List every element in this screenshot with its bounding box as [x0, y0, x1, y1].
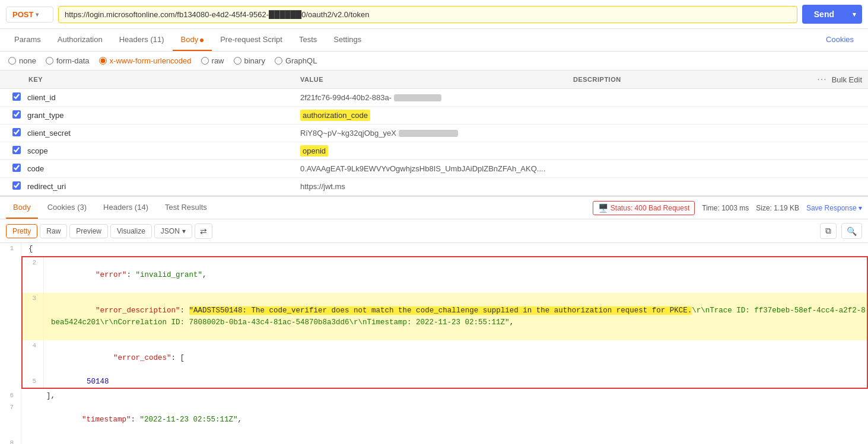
body-type-raw-label: raw: [212, 56, 224, 65]
row-checkbox-redirect-uri[interactable]: [12, 181, 21, 190]
response-tab-body[interactable]: Body: [6, 197, 38, 219]
error-description-highlight: "AADSTS50148: The code_verifier does not…: [189, 306, 692, 315]
row-key-grant-type: grant_type: [27, 111, 300, 120]
response-view-bar: Pretty Raw Preview Visualize JSON ▾ ⇄ ⧉ …: [0, 219, 868, 243]
response-meta: 🖥️ Status: 400 Bad Request Time: 1003 ms…: [593, 201, 862, 215]
line-content-6: ],: [28, 390, 868, 402]
body-type-urlencoded-label: x-www-form-urlencoded: [110, 56, 192, 65]
row-key-client-id: client_id: [27, 93, 300, 102]
view-visualize-button[interactable]: Visualize: [110, 224, 152, 238]
body-type-bar: none form-data x-www-form-urlencoded raw…: [0, 52, 868, 71]
response-tab-bar: Body Cookies (3) Headers (14) Test Resul…: [0, 196, 868, 219]
format-chevron-icon: ▾: [182, 227, 186, 235]
table-row: client_id 2f21fc76-99d4-40b2-883a-: [0, 89, 868, 107]
response-tab-headers[interactable]: Headers (14): [96, 197, 155, 219]
row-checkbox-client-id[interactable]: [12, 92, 21, 101]
table-row: client_secret RiY8Q~pV~kg32qjObg_yeX: [0, 124, 868, 142]
send-arrow-icon[interactable]: ▾: [847, 6, 862, 23]
row-value-scope: openid: [300, 146, 573, 155]
save-response-button[interactable]: Save Response ▾: [806, 204, 862, 212]
scope-value-highlight: openid: [300, 145, 328, 156]
body-type-none[interactable]: none: [8, 56, 36, 65]
line-content-3: "error_description": "AADSTS50148: The c…: [51, 293, 867, 340]
method-select[interactable]: POST ▾: [6, 7, 53, 23]
line-content-2: "error": "invalid_grant",: [51, 257, 867, 293]
body-type-form-data[interactable]: form-data: [46, 56, 90, 65]
row-key-scope: scope: [27, 146, 300, 155]
response-size: Size: 1.19 KB: [756, 204, 799, 212]
row-value-code: 0.AVAAgEAT-9Lk9EWVYvOgwhjzsHb8IS_UmbJAiD…: [300, 164, 573, 173]
row-key-client-secret: client_secret: [27, 129, 300, 138]
view-pretty-button[interactable]: Pretty: [6, 224, 37, 238]
row-value-client-secret: RiY8Q~pV~kg32qjObg_yeX: [300, 129, 573, 138]
format-value: JSON: [161, 227, 180, 235]
body-type-graphql[interactable]: GraphQL: [275, 56, 317, 65]
params-table-wrapper: KEY VALUE DESCRIPTION ··· Bulk Edit clie…: [0, 71, 868, 196]
view-preview-button[interactable]: Preview: [69, 224, 108, 238]
tab-headers[interactable]: Headers (11): [111, 29, 173, 51]
error-highlight-box: 2 "error": "invalid_grant", 3 "error_des…: [21, 256, 868, 389]
table-row: redirect_uri https://jwt.ms: [0, 178, 868, 196]
col-desc-header: DESCRIPTION: [573, 76, 817, 83]
code-line-6: 6 ],: [0, 390, 868, 402]
row-key-redirect-uri: redirect_uri: [27, 182, 300, 191]
blurred-value-secret: [399, 130, 458, 137]
col-key-header: KEY: [27, 76, 300, 83]
row-value-client-id: 2f21fc76-99d4-40b2-883a-: [300, 93, 573, 102]
line-num-7: 7: [0, 402, 21, 437]
line-num-3: 3: [23, 293, 44, 340]
url-input[interactable]: [58, 6, 797, 23]
line-content-4: "error_codes": [: [51, 340, 867, 376]
send-label: Send: [802, 5, 846, 24]
body-type-urlencoded[interactable]: x-www-form-urlencoded: [99, 56, 192, 65]
body-dot-indicator: [200, 39, 204, 42]
code-line-4: 4 "error_codes": [: [23, 340, 867, 376]
response-time: Time: 1003 ms: [702, 204, 749, 212]
line-num-4: 4: [23, 340, 44, 376]
format-select[interactable]: JSON ▾: [154, 224, 192, 238]
body-type-raw[interactable]: raw: [201, 56, 224, 65]
line-num-6: 6: [0, 390, 21, 402]
tab-body[interactable]: Body: [173, 29, 212, 51]
body-type-binary-label: binary: [244, 56, 265, 65]
row-checkbox-scope[interactable]: [12, 146, 21, 154]
response-tab-cookies[interactable]: Cookies (3): [40, 197, 94, 219]
line-num-5: 5: [23, 376, 44, 388]
body-type-form-data-label: form-data: [56, 56, 90, 65]
row-key-code: code: [27, 164, 300, 173]
tab-tests[interactable]: Tests: [291, 29, 325, 51]
view-actions: ⧉ 🔍: [820, 223, 862, 239]
response-tab-test-results[interactable]: Test Results: [158, 197, 214, 219]
row-checkbox-grant-type[interactable]: [12, 110, 21, 119]
line-content-8: "trace_id": "ff37ebeb-58ef-4cc4-a2f2-8be…: [28, 437, 868, 444]
table-row: grant_type authorization_code: [0, 107, 868, 124]
code-line-2: 2 "error": "invalid_grant",: [23, 257, 867, 293]
code-area: 1 { 2 "error": "invalid_grant", 3 "error…: [0, 243, 868, 444]
row-checkbox-code[interactable]: [12, 164, 21, 172]
bulk-edit-dots-icon[interactable]: ···: [817, 74, 826, 85]
grant-type-value-highlight: authorization_code: [300, 110, 370, 121]
row-value-grant-type: authorization_code: [300, 111, 573, 120]
table-row: code 0.AVAAgEAT-9Lk9EWVYvOgwhjzsHb8IS_Um…: [0, 160, 868, 178]
copy-button[interactable]: ⧉: [820, 223, 837, 239]
table-row: scope openid: [0, 142, 868, 160]
wrap-button[interactable]: ⇄: [195, 223, 212, 239]
tab-body-label: Body: [181, 35, 199, 44]
search-button[interactable]: 🔍: [841, 223, 862, 239]
code-line-1: 1 {: [0, 243, 868, 255]
bulk-edit-button[interactable]: Bulk Edit: [832, 75, 862, 84]
row-checkbox-client-secret[interactable]: [12, 128, 21, 136]
tab-authorization[interactable]: Authorization: [49, 29, 111, 51]
app-container: POST ▾ Send ▾ Params Authorization Heade…: [0, 0, 868, 444]
request-tab-bar: Params Authorization Headers (11) Body P…: [0, 29, 868, 52]
tab-settings[interactable]: Settings: [325, 29, 370, 51]
send-button[interactable]: Send ▾: [802, 5, 862, 24]
status-badge: 🖥️ Status: 400 Bad Request: [593, 201, 695, 215]
line-num-1: 1: [0, 243, 21, 255]
view-raw-button[interactable]: Raw: [40, 224, 67, 238]
tab-cookies[interactable]: Cookies: [818, 29, 862, 51]
code-line-7: 7 "timestamp": "2022-11-23 02:55:11Z",: [0, 402, 868, 437]
tab-params[interactable]: Params: [6, 29, 49, 51]
body-type-binary[interactable]: binary: [234, 56, 265, 65]
tab-pre-request[interactable]: Pre-request Script: [212, 29, 291, 51]
